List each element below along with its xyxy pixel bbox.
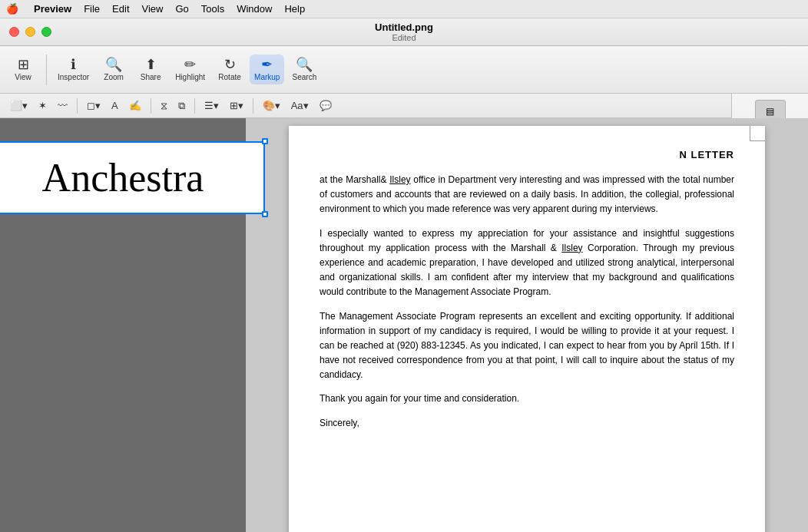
menu-help[interactable]: Help	[284, 3, 305, 15]
rotate-label: Rotate	[218, 73, 240, 81]
annotation-button[interactable]: 💬	[316, 97, 336, 115]
menu-file[interactable]: File	[84, 3, 100, 15]
rotate-icon: ↻	[224, 58, 236, 71]
document-title: N LETTER	[320, 149, 734, 160]
menubar: 🍎 Preview File Edit View Go Tools Window…	[0, 0, 808, 18]
shapes-button[interactable]: ◻▾	[83, 97, 104, 115]
image-container[interactable]: Anchestra	[0, 141, 265, 214]
sketch-tool-button[interactable]: 〰	[54, 97, 71, 115]
align-icon: ☰▾	[204, 100, 219, 111]
search-button[interactable]: 🔍 Search	[287, 55, 321, 84]
rotate-button[interactable]: ↻ Rotate	[213, 55, 247, 84]
apple-menu[interactable]: 🍎	[6, 3, 18, 15]
search-label: Search	[293, 73, 317, 81]
lasso-tool-button[interactable]: ✶	[35, 97, 51, 115]
search-icon: 🔍	[296, 58, 313, 71]
highlight-icon: ✏	[184, 58, 196, 71]
document-page: N LETTER at the Marshall& Ilsley office …	[289, 126, 765, 532]
menu-edit[interactable]: Edit	[112, 3, 129, 15]
tb2-divider-2	[151, 98, 151, 114]
text-button[interactable]: A	[108, 97, 122, 115]
window-controls	[9, 27, 51, 37]
highlight-button[interactable]: ✏ Highlight	[171, 55, 210, 84]
view-button[interactable]: ⊞ View	[6, 55, 40, 84]
toolbar-divider-1	[46, 55, 47, 85]
main-toolbar: ⊞ View ℹ Inspector 🔍 Zoom ⬆ Share ✏ High…	[0, 46, 808, 94]
font-button[interactable]: Aa▾	[287, 97, 313, 115]
page-corner	[750, 126, 765, 141]
image-box: Anchestra	[0, 141, 265, 214]
menu-preview[interactable]: Preview	[34, 3, 71, 15]
tb2-divider-4	[253, 98, 253, 114]
tb2-divider-1	[77, 98, 78, 114]
insert-button[interactable]: ⊞▾	[226, 97, 247, 115]
menu-go[interactable]: Go	[175, 3, 188, 15]
crop-button[interactable]: ⧉	[174, 97, 189, 115]
document-body: at the Marshall& Ilsley office in Depart…	[320, 173, 734, 431]
text-icon: A	[111, 100, 118, 111]
markup-button[interactable]: ✒ Markup	[250, 55, 284, 84]
zoom-icon: 🔍	[105, 58, 122, 71]
lasso-icon: ✶	[38, 100, 47, 111]
view-icon: ⊞	[18, 58, 29, 71]
color-icon: 🎨▾	[263, 100, 280, 111]
close-button[interactable]	[9, 27, 19, 37]
annotation-icon: 💬	[320, 100, 332, 111]
share-icon: ⬆	[145, 58, 157, 71]
document-panel: N LETTER at the Marshall& Ilsley office …	[246, 118, 808, 532]
ilsley-2: Ilsley	[561, 243, 582, 253]
inspector-label: Inspector	[58, 73, 89, 81]
zoom-label: Zoom	[104, 73, 124, 81]
selection-tool-button[interactable]: ⬜▾	[6, 97, 31, 115]
handle-bottom-right[interactable]	[262, 211, 268, 217]
sign-button[interactable]: ✍	[125, 97, 145, 115]
shapes-icon: ◻▾	[87, 100, 101, 111]
highlight-label: Highlight	[175, 73, 205, 81]
markup-label: Markup	[254, 73, 280, 81]
view-group: ⊞ View	[6, 55, 40, 84]
markup-icon: ✒	[261, 58, 273, 71]
paragraph-4: Thank you again for your time and consid…	[320, 392, 734, 406]
adjust-button[interactable]: ⧖	[157, 97, 171, 115]
tb2-divider-3	[194, 98, 195, 114]
sketch-icon: 〰	[58, 100, 68, 111]
crop-icon: ⧉	[178, 100, 185, 112]
handle-top-right[interactable]	[262, 138, 268, 144]
paragraph-1: at the Marshall& Ilsley office in Depart…	[320, 173, 734, 217]
share-label: Share	[141, 73, 161, 81]
menu-view[interactable]: View	[142, 3, 164, 15]
titlebar: Untitled.png Edited	[0, 18, 808, 46]
minimize-button[interactable]	[25, 27, 35, 37]
align-button[interactable]: ☰▾	[200, 97, 223, 115]
sincerely: Sincerely,	[320, 416, 734, 431]
menu-window[interactable]: Window	[237, 3, 272, 15]
sign-icon: ✍	[129, 100, 141, 111]
insert-icon: ⊞▾	[230, 100, 243, 111]
ilsley-1: Ilsley	[389, 174, 410, 185]
color-button[interactable]: 🎨▾	[259, 97, 284, 115]
inspector-icon: ℹ	[71, 58, 76, 71]
image-panel: Anchestra	[0, 118, 246, 532]
signature-text: Anchestra	[42, 158, 204, 198]
filename-label: Untitled.png	[375, 21, 433, 33]
adjust-icon: ⧖	[161, 100, 167, 112]
share-button[interactable]: ⬆ Share	[134, 55, 167, 84]
menu-tools[interactable]: Tools	[201, 3, 224, 15]
selection-tool-icon: ⬜▾	[10, 100, 28, 111]
view-label: View	[15, 73, 31, 81]
paragraph-3: The Management Associate Program represe…	[320, 309, 734, 383]
title-info: Untitled.png Edited	[61, 21, 747, 42]
edited-label: Edited	[392, 33, 416, 42]
main-area: Anchestra N LETTER at the Marshall& Ilsl…	[0, 118, 808, 532]
formatting-toolbar: ⬜▾ ✶ 〰 ◻▾ A ✍ ⧖ ⧉ ☰▾ ⊞▾ 🎨▾ Aa▾ 💬	[0, 94, 808, 118]
paragraph-2: I especially wanted to express my apprec…	[320, 226, 734, 300]
maximize-button[interactable]	[41, 27, 51, 37]
zoom-button[interactable]: 🔍 Zoom	[97, 55, 131, 84]
font-icon: Aa▾	[291, 100, 309, 111]
inspector-button[interactable]: ℹ Inspector	[53, 55, 94, 84]
